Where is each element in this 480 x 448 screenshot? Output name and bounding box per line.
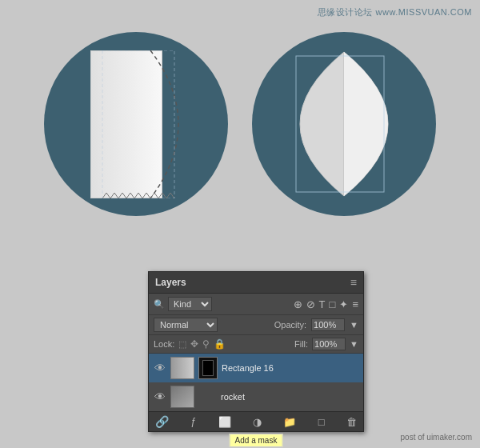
layer-name-rect16: Rectangle 16 bbox=[222, 363, 358, 373]
left-circle bbox=[44, 32, 228, 216]
leaf-svg bbox=[284, 48, 404, 200]
eye-icon-rocket[interactable]: 👁 bbox=[154, 390, 166, 403]
search-row: 🔍 Kind Name Effect ⊕ ⊘ T □ ✦ ≡ bbox=[149, 294, 363, 315]
lock-all-icon[interactable]: 🔒 bbox=[214, 338, 226, 350]
lock-label: Lock: bbox=[154, 339, 174, 349]
fill-arrow: ▼ bbox=[350, 339, 358, 349]
lock-artboard-icon[interactable]: ⚲ bbox=[202, 338, 210, 350]
filter-pixel-icon[interactable]: ⊕ bbox=[294, 298, 302, 310]
layer-row-rocket[interactable]: 👁 rocket bbox=[149, 382, 363, 411]
panel-menu-icon[interactable]: ≡ bbox=[350, 276, 357, 289]
filter-smart-icon[interactable]: ✦ bbox=[339, 298, 348, 310]
delete-layer-icon[interactable]: 🗑 bbox=[346, 416, 357, 428]
blend-row: Normal Multiply Screen Overlay Opacity: … bbox=[149, 315, 363, 335]
kind-select[interactable]: Kind Name Effect bbox=[168, 297, 212, 311]
right-circle bbox=[252, 32, 436, 216]
lock-row: Lock: ⬚ ✥ ⚲ 🔒 Fill: ▼ bbox=[149, 335, 363, 354]
thumb-rect16 bbox=[170, 357, 194, 379]
new-layer-icon[interactable]: □ bbox=[318, 416, 325, 428]
opacity-label: Opacity: bbox=[274, 320, 306, 330]
post-label: post of uimaker.com bbox=[401, 433, 472, 442]
illustration-area bbox=[0, 0, 480, 232]
filter-text-icon[interactable]: T bbox=[319, 298, 326, 310]
layer-row-rect16[interactable]: 👁 Rectangle 16 bbox=[149, 354, 363, 382]
lock-transparent-icon[interactable]: ⬚ bbox=[178, 339, 186, 350]
search-icon: 🔍 bbox=[154, 299, 165, 310]
filter-more-icon[interactable]: ≡ bbox=[352, 298, 358, 310]
add-mask-tooltip: Add a mask bbox=[230, 434, 283, 447]
right-illustration bbox=[284, 48, 404, 200]
adjustment-icon[interactable]: ◑ bbox=[253, 416, 262, 428]
panel-toolbar: 🔗 ƒ ⬜ ◑ 📁 □ 🗑 Add a mask bbox=[149, 411, 363, 431]
watermark-text: 思缘设计论坛 www.MISSVUAN.COM bbox=[318, 7, 472, 17]
opacity-arrow: ▼ bbox=[350, 320, 358, 330]
thumb-rocket bbox=[170, 386, 194, 408]
panel-title: Layers bbox=[155, 277, 186, 288]
panel-header: Layers ≡ bbox=[149, 272, 363, 294]
watermark: 思缘设计论坛 www.MISSVUAN.COM bbox=[318, 6, 472, 18]
layer-name-rocket: rocket bbox=[221, 392, 358, 402]
svg-rect-0 bbox=[102, 50, 174, 198]
blend-mode-select[interactable]: Normal Multiply Screen Overlay bbox=[154, 318, 218, 332]
layers-panel: Layers ≡ 🔍 Kind Name Effect ⊕ ⊘ T □ ✦ ≡ … bbox=[148, 271, 364, 432]
add-mask-icon[interactable]: ⬜ bbox=[218, 416, 231, 428]
fill-input[interactable] bbox=[312, 338, 346, 350]
filter-shape-icon[interactable]: □ bbox=[330, 298, 336, 310]
layer-style-icon[interactable]: ƒ bbox=[190, 416, 196, 427]
opacity-input[interactable] bbox=[311, 318, 345, 331]
fill-label: Fill: bbox=[294, 339, 308, 349]
filter-icons: ⊕ ⊘ T □ ✦ ≡ bbox=[294, 298, 358, 310]
left-illustration bbox=[78, 50, 194, 198]
filter-adjust-icon[interactable]: ⊘ bbox=[306, 298, 315, 310]
dashed-curve-svg bbox=[90, 50, 206, 198]
link-layers-icon[interactable]: 🔗 bbox=[155, 415, 169, 428]
lock-move-icon[interactable]: ✥ bbox=[190, 338, 198, 350]
eye-icon-rect16[interactable]: 👁 bbox=[154, 362, 166, 374]
thumb-mask-rect16 bbox=[198, 357, 218, 379]
new-group-icon[interactable]: 📁 bbox=[283, 416, 296, 428]
